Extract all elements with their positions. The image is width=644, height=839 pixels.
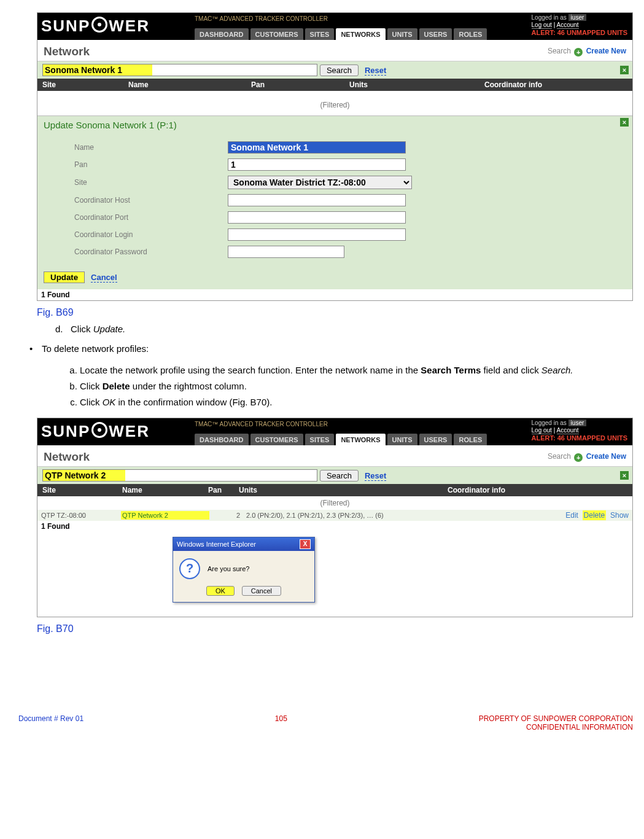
- step-a: Locate the network profile using the sea…: [80, 364, 633, 377]
- tab-sites[interactable]: SITES: [305, 434, 335, 445]
- search-button[interactable]: Search: [320, 64, 359, 76]
- tab-dashboard[interactable]: DASHBOARD: [195, 434, 249, 445]
- dialog-title: Windows Internet Explorer: [177, 540, 256, 548]
- login-input[interactable]: [228, 228, 406, 241]
- tab-networks[interactable]: NETWORKS: [336, 434, 385, 445]
- cancel-button[interactable]: Cancel: [242, 586, 281, 596]
- pan-label: Pan: [44, 160, 228, 169]
- step-c: Click OK in the confirmation window (Fig…: [80, 396, 633, 408]
- logout-link[interactable]: Log out: [532, 427, 552, 434]
- search-bar: Search Reset ×: [37, 61, 632, 79]
- nav-tabs: DASHBOARD CUSTOMERS SITES NETWORKS UNITS…: [195, 28, 487, 40]
- edit-link[interactable]: Edit: [565, 511, 578, 520]
- host-input[interactable]: [228, 194, 406, 206]
- col-coord: Coordinator info: [484, 80, 542, 89]
- port-input[interactable]: [228, 211, 406, 224]
- plus-icon[interactable]: +: [574, 453, 583, 462]
- site-select[interactable]: Sonoma Water District TZ:-08:00: [228, 176, 412, 189]
- found-count: 1 Found: [37, 521, 632, 532]
- update-button[interactable]: Update: [44, 271, 85, 283]
- question-icon: ?: [179, 558, 200, 579]
- tab-dashboard[interactable]: DASHBOARD: [195, 28, 249, 40]
- search-input[interactable]: [42, 64, 317, 76]
- dialog-message: Are you sure?: [208, 565, 249, 572]
- tab-roles[interactable]: ROLES: [454, 434, 487, 445]
- tab-roles[interactable]: ROLES: [454, 28, 487, 40]
- search-input[interactable]: [42, 469, 317, 482]
- search-label[interactable]: Search: [548, 47, 571, 55]
- column-headers: Site Name Pan Units Coordinator info: [37, 79, 632, 91]
- logged-in-label: Logged in as: [532, 419, 567, 426]
- cancel-link[interactable]: Cancel: [91, 273, 117, 283]
- table-row: QTP TZ:-08:00 QTP Network 2 2 2.0 (PN:2/…: [37, 510, 632, 521]
- search-label[interactable]: Search: [548, 452, 571, 461]
- password-input[interactable]: [228, 246, 344, 258]
- col-name: Name: [128, 80, 251, 89]
- user-info: Logged in as iuser Log out | Account ALE…: [532, 419, 627, 442]
- filtered-label: (Filtered): [37, 496, 632, 510]
- step-d-em: Update.: [93, 324, 126, 334]
- tab-networks[interactable]: NETWORKS: [336, 28, 385, 40]
- close-icon[interactable]: ×: [620, 471, 629, 480]
- col-pan: Pan: [208, 486, 239, 494]
- alert-text: ALERT: 46 UNMAPPED UNITS: [532, 29, 627, 36]
- row-units: 2.0 (PN:2/0), 2.1 (PN:2/1), 2.3 (PN:2/3)…: [246, 512, 510, 519]
- create-new-link[interactable]: Create New: [586, 47, 626, 55]
- title-bar: Network Search + Create New: [37, 40, 632, 61]
- confirm-dialog: Windows Internet Explorer X ? Are you su…: [173, 537, 315, 603]
- ok-button[interactable]: OK: [206, 586, 235, 596]
- show-link[interactable]: Show: [610, 511, 629, 520]
- search-button[interactable]: Search: [320, 470, 359, 482]
- name-label: Name: [44, 143, 228, 152]
- close-icon[interactable]: ×: [620, 118, 629, 127]
- figure-caption-b69: Fig. B69: [37, 307, 633, 318]
- footer-left: Document # Rev 01: [18, 714, 83, 732]
- app-subtitle: TMAC™ ADVANCED TRACKER CONTROLLER: [195, 15, 328, 22]
- title-bar: Network Search + Create New: [37, 445, 632, 467]
- plus-icon[interactable]: +: [574, 48, 583, 57]
- col-pan: Pan: [251, 80, 349, 89]
- page-title: Network: [44, 45, 90, 58]
- password-label: Coordinator Password: [44, 248, 228, 256]
- tab-users[interactable]: USERS: [419, 28, 452, 40]
- tab-units[interactable]: UNITS: [387, 434, 417, 445]
- close-icon[interactable]: ×: [620, 66, 629, 74]
- col-units: Units: [239, 486, 448, 494]
- app-header: SUNPWER TMAC™ ADVANCED TRACKER CONTROLLE…: [37, 13, 632, 40]
- col-units: Units: [349, 80, 484, 89]
- row-site: QTP TZ:-08:00: [41, 512, 121, 519]
- row-name: QTP Network 2: [121, 511, 209, 520]
- account-link[interactable]: Account: [557, 21, 579, 29]
- app-subtitle: TMAC™ ADVANCED TRACKER CONTROLLER: [195, 421, 328, 427]
- pan-input[interactable]: [228, 158, 406, 171]
- update-panel-title: Update Sonoma Network 1 (P:1): [44, 120, 626, 130]
- alert-text: ALERT: 46 UNMAPPED UNITS: [532, 434, 627, 442]
- host-label: Coordinator Host: [44, 196, 228, 205]
- create-new-link[interactable]: Create New: [586, 452, 626, 461]
- tab-customers[interactable]: CUSTOMERS: [250, 434, 303, 445]
- footer-page-number: 105: [275, 714, 287, 732]
- port-label: Coordinator Port: [44, 213, 228, 222]
- reset-link[interactable]: Reset: [365, 66, 386, 76]
- nav-tabs: DASHBOARD CUSTOMERS SITES NETWORKS UNITS…: [195, 434, 487, 445]
- name-input[interactable]: [228, 141, 406, 154]
- logo: SUNPWER: [41, 419, 150, 441]
- tab-sites[interactable]: SITES: [305, 28, 335, 40]
- logout-link[interactable]: Log out: [532, 21, 552, 29]
- logged-in-label: Logged in as: [532, 14, 567, 21]
- tab-customers[interactable]: CUSTOMERS: [250, 28, 303, 40]
- account-link[interactable]: Account: [557, 427, 579, 434]
- logo: SUNPWER: [41, 14, 150, 36]
- username: iuser: [568, 14, 587, 21]
- close-icon[interactable]: X: [300, 539, 311, 549]
- delete-link[interactable]: Delete: [583, 510, 607, 520]
- username: iuser: [568, 419, 587, 426]
- bullet-icon: •: [29, 343, 42, 355]
- tab-units[interactable]: UNITS: [387, 28, 417, 40]
- bullet-text: To delete network profiles:: [42, 343, 149, 355]
- reset-link[interactable]: Reset: [365, 471, 386, 481]
- step-d-prefix: d.: [55, 324, 63, 334]
- col-coord: Coordinator info: [448, 486, 505, 494]
- tab-users[interactable]: USERS: [419, 434, 452, 445]
- col-site: Site: [42, 80, 128, 89]
